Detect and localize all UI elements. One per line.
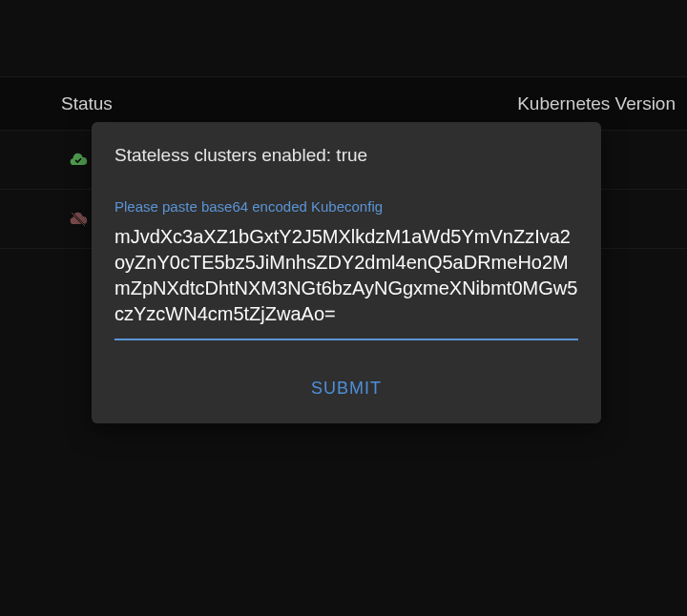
submit-button[interactable]: SUBMIT bbox=[296, 371, 397, 406]
column-header-kubernetes-version: Kubernetes Version bbox=[517, 93, 676, 114]
kubeconfig-input[interactable] bbox=[114, 224, 578, 340]
column-header-status: Status bbox=[61, 93, 113, 114]
kubeconfig-dialog: Stateless clusters enabled: true Please … bbox=[92, 122, 601, 423]
dialog-title: Stateless clusters enabled: true bbox=[114, 145, 578, 166]
kubeconfig-input-label: Please paste base64 encoded Kubeconfig bbox=[114, 198, 578, 215]
cloud-off-icon bbox=[69, 210, 88, 229]
top-spacer bbox=[0, 0, 687, 77]
cloud-check-icon bbox=[69, 151, 88, 170]
